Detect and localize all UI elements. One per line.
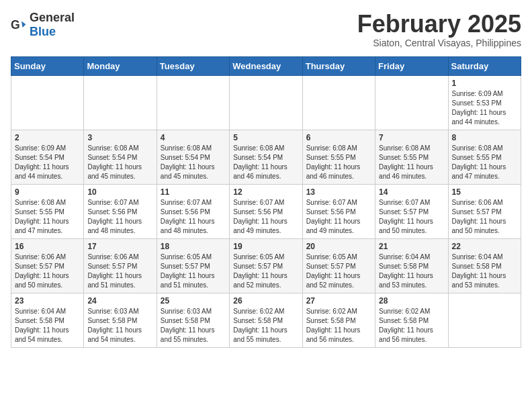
weekday-header-saturday: Saturday bbox=[448, 56, 521, 75]
day-number: 12 bbox=[233, 187, 298, 197]
calendar-cell: 11Sunrise: 6:07 AM Sunset: 5:56 PM Dayli… bbox=[157, 184, 229, 238]
weekday-header-tuesday: Tuesday bbox=[157, 56, 229, 75]
day-number: 1 bbox=[452, 79, 517, 88]
calendar-cell: 16Sunrise: 6:06 AM Sunset: 5:57 PM Dayli… bbox=[11, 238, 84, 293]
day-number: 18 bbox=[161, 242, 226, 251]
day-number: 25 bbox=[161, 296, 226, 306]
calendar-cell bbox=[11, 75, 84, 130]
calendar-cell: 25Sunrise: 6:03 AM Sunset: 5:58 PM Dayli… bbox=[157, 293, 229, 347]
calendar-cell: 21Sunrise: 6:04 AM Sunset: 5:58 PM Dayli… bbox=[375, 238, 448, 293]
day-info: Sunrise: 6:03 AM Sunset: 5:58 PM Dayligh… bbox=[161, 307, 226, 345]
weekday-header-friday: Friday bbox=[375, 56, 448, 75]
day-number: 24 bbox=[87, 296, 152, 306]
calendar-cell: 5Sunrise: 6:08 AM Sunset: 5:54 PM Daylig… bbox=[230, 130, 302, 184]
calendar-cell: 4Sunrise: 6:08 AM Sunset: 5:54 PM Daylig… bbox=[157, 130, 229, 184]
day-number: 5 bbox=[233, 133, 298, 142]
logo: G General Blue bbox=[11, 11, 75, 39]
day-info: Sunrise: 6:09 AM Sunset: 5:53 PM Dayligh… bbox=[452, 89, 517, 127]
calendar-cell: 19Sunrise: 6:05 AM Sunset: 5:57 PM Dayli… bbox=[230, 238, 302, 293]
header-right: February 2025 Siaton, Central Visayas, P… bbox=[357, 11, 521, 48]
week-row-3: 9Sunrise: 6:08 AM Sunset: 5:55 PM Daylig… bbox=[11, 184, 521, 238]
day-info: Sunrise: 6:08 AM Sunset: 5:55 PM Dayligh… bbox=[379, 144, 444, 181]
calendar-cell: 20Sunrise: 6:05 AM Sunset: 5:57 PM Dayli… bbox=[302, 238, 375, 293]
calendar-cell bbox=[375, 75, 448, 130]
week-row-4: 16Sunrise: 6:06 AM Sunset: 5:57 PM Dayli… bbox=[11, 238, 521, 293]
day-number: 19 bbox=[233, 242, 298, 251]
weekday-header-thursday: Thursday bbox=[302, 56, 375, 75]
calendar-cell: 14Sunrise: 6:07 AM Sunset: 5:57 PM Dayli… bbox=[375, 184, 448, 238]
page-header: G General Blue February 2025 Siaton, Cen… bbox=[11, 11, 521, 48]
weekday-header-sunday: Sunday bbox=[11, 56, 84, 75]
calendar-cell: 1Sunrise: 6:09 AM Sunset: 5:53 PM Daylig… bbox=[448, 75, 521, 130]
day-number: 17 bbox=[87, 242, 152, 251]
day-info: Sunrise: 6:07 AM Sunset: 5:57 PM Dayligh… bbox=[379, 198, 444, 236]
day-info: Sunrise: 6:04 AM Sunset: 5:58 PM Dayligh… bbox=[452, 253, 517, 290]
day-number: 22 bbox=[452, 242, 517, 251]
calendar-cell: 13Sunrise: 6:07 AM Sunset: 5:56 PM Dayli… bbox=[302, 184, 375, 238]
day-number: 27 bbox=[306, 296, 371, 306]
day-info: Sunrise: 6:02 AM Sunset: 5:58 PM Dayligh… bbox=[233, 307, 298, 345]
day-number: 9 bbox=[15, 187, 80, 197]
day-number: 16 bbox=[15, 242, 80, 251]
day-number: 26 bbox=[233, 296, 298, 306]
day-number: 11 bbox=[161, 187, 226, 197]
week-row-5: 23Sunrise: 6:04 AM Sunset: 5:58 PM Dayli… bbox=[11, 293, 521, 347]
calendar-cell: 24Sunrise: 6:03 AM Sunset: 5:58 PM Dayli… bbox=[84, 293, 157, 347]
day-info: Sunrise: 6:02 AM Sunset: 5:58 PM Dayligh… bbox=[306, 307, 371, 345]
day-info: Sunrise: 6:08 AM Sunset: 5:55 PM Dayligh… bbox=[306, 144, 371, 181]
calendar-cell: 10Sunrise: 6:07 AM Sunset: 5:56 PM Dayli… bbox=[84, 184, 157, 238]
day-info: Sunrise: 6:06 AM Sunset: 5:57 PM Dayligh… bbox=[15, 253, 80, 290]
svg-marker-1 bbox=[21, 21, 26, 28]
location: Siaton, Central Visayas, Philippines bbox=[357, 38, 521, 48]
month-year: February 2025 bbox=[357, 11, 521, 38]
day-number: 6 bbox=[306, 133, 371, 142]
calendar-cell: 22Sunrise: 6:04 AM Sunset: 5:58 PM Dayli… bbox=[448, 238, 521, 293]
day-info: Sunrise: 6:06 AM Sunset: 5:57 PM Dayligh… bbox=[87, 253, 152, 290]
calendar-cell: 8Sunrise: 6:08 AM Sunset: 5:55 PM Daylig… bbox=[448, 130, 521, 184]
day-info: Sunrise: 6:07 AM Sunset: 5:56 PM Dayligh… bbox=[161, 198, 226, 236]
calendar-cell bbox=[157, 75, 229, 130]
day-info: Sunrise: 6:05 AM Sunset: 5:57 PM Dayligh… bbox=[233, 253, 298, 290]
day-number: 4 bbox=[161, 133, 226, 142]
day-info: Sunrise: 6:09 AM Sunset: 5:54 PM Dayligh… bbox=[15, 144, 80, 181]
calendar-cell: 2Sunrise: 6:09 AM Sunset: 5:54 PM Daylig… bbox=[11, 130, 84, 184]
day-number: 14 bbox=[379, 187, 444, 197]
day-info: Sunrise: 6:02 AM Sunset: 5:58 PM Dayligh… bbox=[379, 307, 444, 345]
calendar-cell: 18Sunrise: 6:05 AM Sunset: 5:57 PM Dayli… bbox=[157, 238, 229, 293]
day-info: Sunrise: 6:07 AM Sunset: 5:56 PM Dayligh… bbox=[306, 198, 371, 236]
day-number: 21 bbox=[379, 242, 444, 251]
calendar-cell: 17Sunrise: 6:06 AM Sunset: 5:57 PM Dayli… bbox=[84, 238, 157, 293]
logo-icon: G bbox=[11, 17, 27, 33]
day-info: Sunrise: 6:08 AM Sunset: 5:54 PM Dayligh… bbox=[161, 144, 226, 181]
calendar-cell bbox=[302, 75, 375, 130]
calendar-cell: 26Sunrise: 6:02 AM Sunset: 5:58 PM Dayli… bbox=[230, 293, 302, 347]
day-number: 15 bbox=[452, 187, 517, 197]
day-number: 10 bbox=[87, 187, 152, 197]
calendar-cell: 3Sunrise: 6:08 AM Sunset: 5:54 PM Daylig… bbox=[84, 130, 157, 184]
logo-blue: Blue bbox=[30, 25, 56, 38]
day-info: Sunrise: 6:08 AM Sunset: 5:54 PM Dayligh… bbox=[233, 144, 298, 181]
day-number: 8 bbox=[452, 133, 517, 142]
day-info: Sunrise: 6:06 AM Sunset: 5:57 PM Dayligh… bbox=[452, 198, 517, 236]
calendar: SundayMondayTuesdayWednesdayThursdayFrid… bbox=[11, 56, 521, 348]
day-number: 7 bbox=[379, 133, 444, 142]
calendar-cell bbox=[448, 293, 521, 347]
day-number: 20 bbox=[306, 242, 371, 251]
calendar-cell: 23Sunrise: 6:04 AM Sunset: 5:58 PM Dayli… bbox=[11, 293, 84, 347]
day-info: Sunrise: 6:07 AM Sunset: 5:56 PM Dayligh… bbox=[233, 198, 298, 236]
day-number: 2 bbox=[15, 133, 80, 142]
calendar-cell: 7Sunrise: 6:08 AM Sunset: 5:55 PM Daylig… bbox=[375, 130, 448, 184]
day-info: Sunrise: 6:04 AM Sunset: 5:58 PM Dayligh… bbox=[379, 253, 444, 290]
weekday-header-wednesday: Wednesday bbox=[230, 56, 302, 75]
logo-general: General bbox=[30, 11, 75, 24]
day-info: Sunrise: 6:08 AM Sunset: 5:55 PM Dayligh… bbox=[452, 144, 517, 181]
day-info: Sunrise: 6:03 AM Sunset: 5:58 PM Dayligh… bbox=[87, 307, 152, 345]
weekday-header-monday: Monday bbox=[84, 56, 157, 75]
calendar-cell: 27Sunrise: 6:02 AM Sunset: 5:58 PM Dayli… bbox=[302, 293, 375, 347]
calendar-cell bbox=[84, 75, 157, 130]
calendar-cell: 12Sunrise: 6:07 AM Sunset: 5:56 PM Dayli… bbox=[230, 184, 302, 238]
day-number: 13 bbox=[306, 187, 371, 197]
week-row-1: 1Sunrise: 6:09 AM Sunset: 5:53 PM Daylig… bbox=[11, 75, 521, 130]
day-info: Sunrise: 6:04 AM Sunset: 5:58 PM Dayligh… bbox=[15, 307, 80, 345]
day-info: Sunrise: 6:07 AM Sunset: 5:56 PM Dayligh… bbox=[87, 198, 152, 236]
